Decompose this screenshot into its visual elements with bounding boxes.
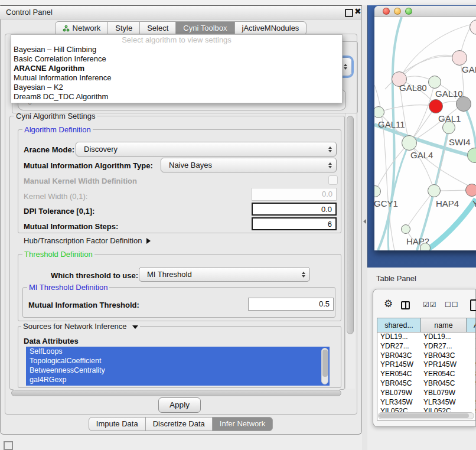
hub-section-label: Hub/Transcription Factor Definition: [24, 236, 142, 245]
table-row[interactable]: YDL19...YDL19...13: [377, 332, 475, 342]
table-header-row: shared...nameA: [377, 318, 475, 332]
node-label-swi4: SWI4: [449, 137, 471, 147]
settings-vertical-scroll-thumb[interactable]: [347, 116, 354, 334]
table-cell: YBR045C: [421, 379, 467, 389]
network-icon: [63, 25, 70, 32]
network-node-bottom-node[interactable]: [420, 243, 431, 250]
hub-section-toggle[interactable]: Hub/Transcription Factor Definition: [24, 236, 151, 245]
table-cell: YLR345W: [377, 398, 421, 407]
control-panel-titlebar: [0, 6, 361, 19]
export-table-icon[interactable]: [470, 299, 476, 311]
network-node-gray-node[interactable]: [456, 96, 471, 112]
table-cell: YBR043C: [421, 351, 467, 361]
table-cell: YER054C: [377, 370, 421, 379]
kernel-width-label: Kernel Width (0,1):: [24, 192, 87, 201]
close-window-icon[interactable]: [383, 8, 390, 15]
minimize-window-icon[interactable]: [394, 8, 401, 15]
aracne-mode-select[interactable]: Discovery: [76, 142, 337, 156]
table-row[interactable]: YDR27...YDR27...12: [377, 342, 475, 351]
attribute-item-topologicalcoefficient[interactable]: TopologicalCoefficient: [26, 356, 330, 366]
table-cell: 9.: [467, 379, 476, 389]
kernel-width-field[interactable]: 0.0: [252, 188, 337, 201]
network-node-gal4[interactable]: [402, 135, 417, 151]
mi-steps-field[interactable]: 6: [252, 217, 337, 230]
network-node-hap4[interactable]: [428, 184, 441, 197]
table-panel-title: Table Panel: [376, 274, 416, 283]
table-cell: YDL19...: [421, 332, 467, 342]
manual-kernel-checkbox[interactable]: [328, 175, 338, 185]
table-cell: [467, 351, 476, 361]
table-row[interactable]: YLR345WYLR345W9.: [377, 398, 475, 407]
network-node-gal10[interactable]: [428, 76, 441, 89]
minimized-panel-icon[interactable]: [4, 441, 13, 450]
dpi-tolerance-field[interactable]: 0.0: [252, 203, 337, 216]
node-label-gal80: GAL80: [399, 83, 427, 93]
table-row[interactable]: YER054CYER054C8.: [377, 370, 475, 379]
attribute-item-gal4rgexp[interactable]: gal4RGexp: [26, 375, 330, 384]
mi-type-value: Naive Bayes: [169, 161, 212, 169]
node-table[interactable]: shared...nameA YDL19...YDL19...13YDR27..…: [377, 318, 476, 420]
column-header-shared[interactable]: shared...: [377, 318, 421, 332]
tab-cyni-toolbox-label: Cyni Toolbox: [183, 24, 227, 32]
cyni-bottom-tabs: Impute DataDiscretize DataInfer Network: [0, 417, 362, 431]
spinner-arrows-icon: [328, 162, 332, 168]
mi-type-label: Mutual Information Algorithm Type:: [24, 161, 153, 170]
tab-discretize-data[interactable]: Discretize Data: [145, 417, 213, 431]
attribute-item-betweennesscentrality[interactable]: BetweennessCentrality: [26, 366, 330, 375]
table-row[interactable]: YBR045CYBR045C9.: [377, 379, 475, 389]
network-canvas[interactable]: GALGAL80GAL10GAL1GAL11SWI4GAL4HAP4YGCY1H…: [374, 17, 476, 250]
table-row[interactable]: YBL079WYBL079W: [377, 389, 475, 398]
collapse-arrow-icon[interactable]: [363, 219, 366, 224]
algorithm-option-basic-correlation-inference[interactable]: Basic Correlation Inference: [11, 54, 342, 64]
aracne-mode-label: Aracne Mode:: [24, 145, 74, 154]
tab-infer-network[interactable]: Infer Network: [212, 417, 273, 431]
table-row[interactable]: YPR145WYPR145W9.: [377, 360, 475, 370]
column-header-name[interactable]: name: [421, 318, 467, 332]
panel-divider[interactable]: [362, 5, 367, 450]
deselect-columns-icon[interactable]: ☐☐: [445, 301, 459, 309]
split-columns-icon[interactable]: [401, 301, 410, 309]
mi-threshold-field[interactable]: 0.5: [248, 298, 334, 311]
sources-group-title[interactable]: Sources for Network Inference: [21, 322, 140, 331]
attribute-list-scroll-thumb[interactable]: [322, 350, 328, 377]
table-horizontal-scroll-thumb[interactable]: [379, 413, 469, 418]
mi-type-select[interactable]: Naive Bayes: [161, 158, 337, 172]
attribute-item-selfloops[interactable]: SelfLoops: [26, 347, 330, 356]
select-columns-icon[interactable]: ☑☑: [423, 301, 437, 309]
algorithm-definition-title: Algorithm Definition: [22, 125, 93, 134]
column-header-a[interactable]: A: [467, 318, 476, 332]
spinner-arrows-icon: [344, 64, 347, 70]
data-attributes-list[interactable]: SelfLoopsTopologicalCoefficientBetweenne…: [26, 347, 330, 386]
tab-select-label: Select: [147, 24, 168, 32]
zoom-window-icon[interactable]: [405, 8, 412, 15]
algorithm-option-bayesian-hill-climbing[interactable]: Bayesian – Hill Climbing: [11, 45, 342, 54]
network-node-swi4[interactable]: [442, 121, 455, 134]
algorithm-option-mutual-information-inference[interactable]: Mutual Information Inference: [11, 73, 342, 83]
which-threshold-select[interactable]: MI Threshold: [139, 267, 310, 282]
data-attributes-label: Data Attributes: [24, 337, 79, 345]
table-cell: YDR27...: [421, 342, 467, 351]
algorithm-option-aracne-algorithm[interactable]: ARACNE Algorithm: [11, 64, 342, 73]
top-strip: [0, 0, 476, 5]
tab-impute-data-label: Impute Data: [96, 419, 138, 428]
table-cell: YBR043C: [377, 351, 421, 361]
network-node-gal1[interactable]: [429, 99, 443, 113]
apply-button[interactable]: Apply: [158, 397, 201, 413]
algorithm-option-dream8-dc-tdc-algorithm[interactable]: Dream8 DC_TDC Algorithm: [11, 92, 342, 102]
aracne-mode-value: Discovery: [84, 145, 118, 154]
network-node-y-node[interactable]: [465, 184, 476, 197]
tab-impute-data[interactable]: Impute Data: [89, 417, 146, 431]
table-settings-gear-icon[interactable]: ⚙: [384, 299, 393, 309]
float-panel-icon[interactable]: [345, 9, 353, 17]
table-cell: YPR145W: [377, 360, 421, 370]
table-body: YDL19...YDL19...13YDR27...YDR27...12YBR0…: [377, 332, 475, 416]
close-panel-icon[interactable]: ✖: [354, 6, 361, 16]
network-node-hap2[interactable]: [401, 224, 410, 234]
node-label-gal-top: GAL: [462, 64, 476, 74]
settings-horizontal-scroll-thumb[interactable]: [11, 390, 341, 396]
table-cell: YBL079W: [421, 389, 467, 398]
algorithm-option-bayesian-k2[interactable]: Bayesian – K2: [11, 83, 342, 92]
tab-jactivemnodules-label: jActiveMNodules: [242, 24, 299, 32]
network-node-gal-top[interactable]: [452, 50, 467, 66]
table-row[interactable]: YBR043CYBR043C: [377, 351, 475, 361]
